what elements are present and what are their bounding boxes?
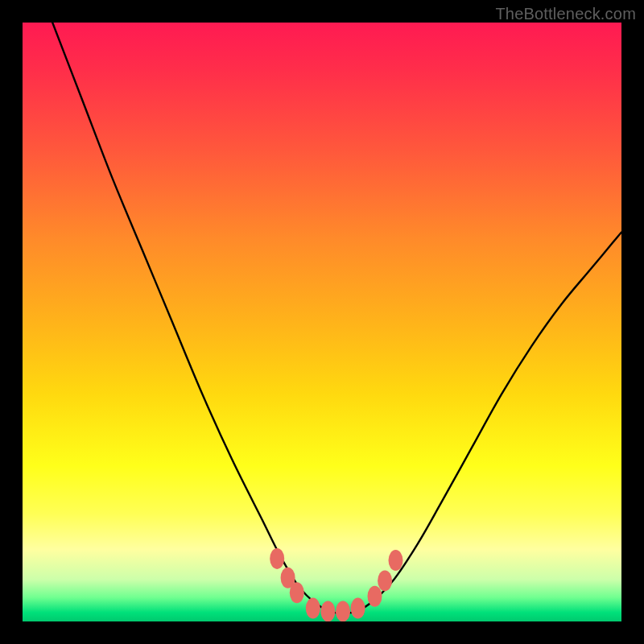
curve-marker [378,570,392,591]
bottleneck-curve-svg [23,23,621,621]
curve-marker [368,586,382,607]
plot-area [23,23,621,621]
watermark-text: TheBottleneck.com [495,5,636,23]
curve-marker [320,601,335,621]
curve-marker [389,550,403,571]
curve-layer [52,23,621,613]
curve-marker [351,598,365,619]
bottleneck-curve [52,23,621,613]
curve-marker [290,582,304,603]
marker-layer [270,548,402,621]
curve-marker [336,601,350,621]
curve-marker [270,548,284,569]
chart-frame: TheBottleneck.com [0,0,644,644]
curve-marker [306,598,320,619]
